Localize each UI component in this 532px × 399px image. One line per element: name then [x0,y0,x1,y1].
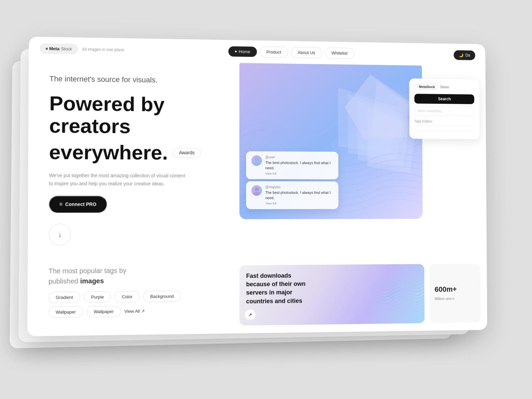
logo-badge[interactable]: MetaStock [40,44,78,54]
logo-tagline: All images in one place [82,47,124,52]
nav-about-label: About Us [298,50,315,55]
nav-whitelist[interactable]: Whitelist [325,48,354,59]
testimonial-1-link[interactable]: View full [265,172,333,176]
svg-point-11 [255,157,259,161]
hero-subtitle: The internet's source for visuals. [50,74,219,86]
dark-mode-toggle[interactable]: 🌙 Da [454,50,475,60]
testimonial-1-handle: @user [265,155,333,159]
view-all-link[interactable]: View All ↗ [124,306,145,317]
stat-label: Million one n [435,296,475,301]
search-button[interactable]: Search [414,94,474,104]
tags-title: The most popular tags by published image… [49,265,219,286]
testimonial-2-handle: @mapybo [265,185,333,189]
right-panel: @user The best photostock. I always find… [239,63,487,332]
hero-title-line2: everywhere. Awards [49,141,201,164]
stat-number: 600m+ [435,285,475,294]
nav-home-label: Home [239,49,250,54]
search-input-display[interactable]: Write something... [414,106,474,116]
svg-point-12 [253,162,260,166]
tag-gradient[interactable]: Gradient [49,292,80,303]
nav-home-dot [235,51,237,52]
fast-downloads-card: Fast downloads because of their own serv… [239,264,425,326]
content-area: The internet's source for visuals. Power… [27,60,487,335]
tag-wallpaper-2[interactable]: Wallpaper [86,306,121,318]
nav-product-label: Product [266,50,281,55]
demo-badge: Demo [440,85,449,89]
hero-image-card: @user The best photostock. I always find… [239,63,423,219]
nav-about[interactable]: About Us [291,47,322,58]
logo-meta: Meta [49,46,60,52]
testimonial-card-2: @mapybo The best photostock. I always fi… [246,181,338,209]
bottom-right-area: Fast downloads because of their own serv… [239,264,481,326]
svg-point-14 [253,192,260,196]
tags-row-2: Wallpaper Wallpaper View All ↗ [48,305,219,318]
avatar-1 [251,155,262,166]
moon-icon: 🌙 [459,53,463,57]
perspective-container: MetaStock All images in one place Home P… [33,40,499,359]
tag-background[interactable]: Background [143,291,181,302]
search-panel: · MetaStock Demo Search Write something.… [409,78,480,139]
tags-input-display[interactable] [415,125,474,131]
nav-whitelist-label: Whitelist [332,51,347,56]
dark-toggle-label: Da [465,53,470,58]
scroll-down-button[interactable]: ↓ [49,224,71,246]
stats-card: 600m+ Million one n [429,264,481,323]
hero-title: Powered by creators everywhere. Awards [49,92,219,164]
awards-badge[interactable]: Awards [173,148,201,158]
logo-dot [46,48,48,50]
left-panel: The internet's source for visuals. Power… [27,60,239,335]
arrow-down-icon: ↓ [58,231,62,239]
wave-visual-small [359,264,425,324]
testimonial-2-text: The best photostock. I always find what … [265,190,333,200]
search-panel-logo: · MetaStock [414,84,438,90]
testimonial-2-content: @mapybo The best photostock. I always fi… [265,185,333,205]
hero-description: We've put together the most amazing coll… [49,172,186,188]
tag-wallpaper-1[interactable]: Wallpaper [48,306,83,318]
tag-color[interactable]: Color [115,291,140,302]
testimonial-1-text: The best photostock. I always find what … [265,160,333,171]
tags-section: The most popular tags by published image… [48,258,219,321]
nav-product[interactable]: Product [259,47,288,58]
fast-downloads-text: Fast downloads because of their own serv… [246,271,313,306]
connect-icon: ≡ [59,201,63,207]
testimonial-2-link[interactable]: View full [265,202,333,205]
testimonial-1-content: @user The best photostock. I always find… [265,155,333,175]
hero-title-line1: Powered by creators [49,92,219,138]
connect-pro-button[interactable]: ≡ Connect PRO [49,196,107,213]
card-main: MetaStock All images in one place Home P… [27,37,487,336]
tags-row-1: Gradient Purple Color Background [49,290,219,303]
tag-purple[interactable]: Purple [84,291,111,303]
nav-links: Home Product About Us Whitelist [228,46,354,59]
hero-image-background: @user The best photostock. I always find… [239,63,423,219]
fast-downloads-arrow[interactable]: ↗ [245,309,255,320]
svg-point-13 [255,187,259,191]
avatar-2 [251,185,262,196]
search-panel-header: · MetaStock Demo [414,84,474,91]
tags-input-label: Tags |Option [415,119,474,123]
connect-label: Connect PRO [65,201,96,207]
nav-home[interactable]: Home [228,46,257,57]
logo-stock: Stock [61,46,72,52]
logo-area: MetaStock All images in one place [40,44,124,55]
testimonial-card-1: @user The best photostock. I always find… [246,151,338,179]
